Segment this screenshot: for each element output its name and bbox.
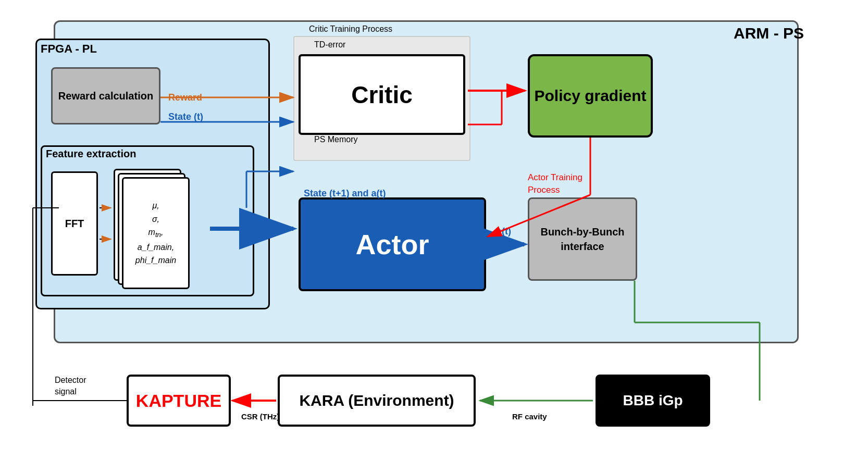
reward-calc-label: Reward calculation [58, 90, 153, 102]
bbb-label: BBB iGp [623, 392, 683, 409]
state-t-arrow-label: State (t) [168, 111, 203, 122]
actor-label: Actor [355, 228, 429, 260]
critic-label: Critic [351, 81, 413, 109]
fft-box: FFT [51, 171, 98, 276]
at-arrow-label: a(t) [497, 226, 511, 237]
kara-box: KARA (Environment) [278, 375, 476, 427]
fft-label: FFT [65, 218, 84, 230]
stats-formula: μ, σ, mtn, a_f_main, phi_f_main [135, 199, 176, 267]
fpga-pl-label: FPGA - PL [41, 42, 97, 56]
bunch-by-bunch-box: Bunch-by-Bunch interface [528, 197, 637, 281]
detector-signal-label: Detectorsignal [55, 375, 86, 398]
kara-label: KARA (Environment) [299, 392, 454, 409]
arm-ps-label: ARM - PS [734, 24, 804, 42]
main-container: ARM - PS FPGA - PL Reward calculation Fe… [22, 10, 846, 463]
critic-box: Critic [299, 54, 465, 135]
actor-training-text: Actor TrainingProcess [528, 172, 582, 195]
policy-gradient-box: Policy gradient [528, 54, 653, 138]
rf-label: RF cavity [512, 412, 547, 421]
csr-label: CSR (THz) [241, 412, 279, 421]
td-error-label: TD-error [314, 40, 345, 49]
ps-memory-label: PS Memory [314, 135, 358, 144]
bbb-box: BBB iGp [596, 375, 710, 427]
reward-arrow-label: Reward [168, 92, 202, 103]
kapture-label: KAPTURE [136, 391, 221, 411]
policy-gradient-label: Policy gradient [534, 87, 646, 105]
actor-box: Actor [299, 197, 486, 291]
state-t1-arrow-label: State (t+1) and a(t) [304, 188, 386, 199]
critic-training-label: Critic Training Process [309, 24, 392, 34]
bunch-label: Bunch-by-Bunch interface [529, 225, 636, 254]
actor-training-label: Actor TrainingProcess [528, 171, 582, 196]
stats-card-front: μ, σ, mtn, a_f_main, phi_f_main [122, 177, 190, 289]
feature-extraction-label: Feature extraction [46, 148, 136, 160]
kapture-box: KAPTURE [127, 375, 231, 427]
reward-calc-box: Reward calculation [51, 67, 160, 125]
